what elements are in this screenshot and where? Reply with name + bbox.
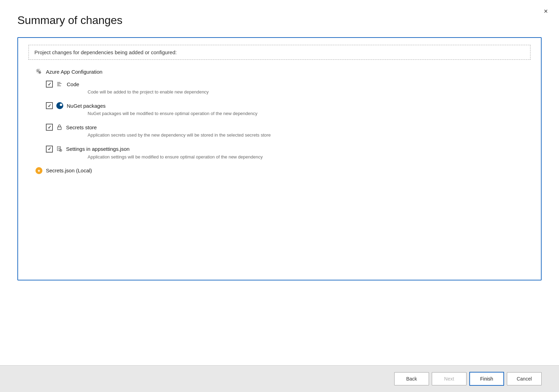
- list-item: Settings in appsettings.json Application…: [46, 146, 530, 160]
- section-header: Project changes for dependencies being a…: [29, 45, 530, 60]
- dependency-title: Azure App Configuration: [35, 68, 530, 75]
- checkbox-appsettings[interactable]: [46, 146, 53, 153]
- dependency-group-title: Azure App Configuration: [46, 69, 103, 75]
- item-row-code: Code: [46, 81, 530, 88]
- lock-icon: [56, 124, 63, 130]
- gear-icon: [35, 68, 42, 75]
- nuget-icon: [56, 102, 63, 109]
- checkbox-secrets[interactable]: [46, 124, 53, 131]
- secrets-json-item: Secrets.json (Local): [35, 167, 530, 174]
- dialog-header: Summary of changes: [0, 0, 559, 34]
- secrets-file-icon: [35, 167, 42, 174]
- item-description-appsettings: Application settings will be modified to…: [46, 154, 530, 160]
- finish-button[interactable]: Finish: [469, 372, 504, 386]
- outer-box: Project changes for dependencies being a…: [17, 37, 542, 280]
- checkbox-nuget[interactable]: [46, 102, 53, 109]
- item-label-code: Code: [67, 81, 79, 87]
- dependency-group: Azure App Configuration: [29, 68, 530, 174]
- back-button[interactable]: Back: [394, 372, 429, 385]
- close-button[interactable]: ×: [541, 6, 551, 16]
- next-button[interactable]: Next: [432, 372, 467, 385]
- cancel-button[interactable]: Cancel: [507, 372, 542, 385]
- checkbox-code[interactable]: [46, 81, 53, 88]
- svg-rect-6: [58, 127, 62, 130]
- item-row-appsettings: Settings in appsettings.json: [46, 146, 530, 153]
- item-label-appsettings: Settings in appsettings.json: [66, 146, 130, 152]
- item-row-secrets: Secrets store: [46, 124, 530, 131]
- dialog: × Summary of changes Project changes for…: [0, 0, 559, 392]
- item-label-secrets: Secrets store: [66, 124, 97, 130]
- appsettings-icon: [56, 146, 63, 152]
- item-label-nuget: NuGet packages: [67, 103, 106, 109]
- list-item: Code Code will be added to the project t…: [46, 81, 530, 95]
- list-item: Secrets store Application secrets used b…: [46, 124, 530, 138]
- dialog-content: Project changes for dependencies being a…: [0, 34, 559, 365]
- items-list: Code Code will be added to the project t…: [35, 81, 530, 160]
- secrets-json-label: Secrets.json (Local): [46, 168, 92, 173]
- svg-point-0: [37, 70, 39, 72]
- item-row-nuget: NuGet packages: [46, 102, 530, 109]
- dialog-footer: Back Next Finish Cancel: [0, 365, 559, 392]
- code-icon: [56, 81, 63, 88]
- list-item: NuGet packages NuGet packages will be mo…: [46, 102, 530, 117]
- item-description-secrets: Application secrets used by the new depe…: [46, 132, 530, 138]
- item-description-nuget: NuGet packages will be modified to ensur…: [46, 111, 530, 117]
- svg-point-1: [39, 72, 40, 73]
- dialog-title: Summary of changes: [17, 14, 542, 27]
- item-description-code: Code will be added to the project to ena…: [46, 89, 530, 95]
